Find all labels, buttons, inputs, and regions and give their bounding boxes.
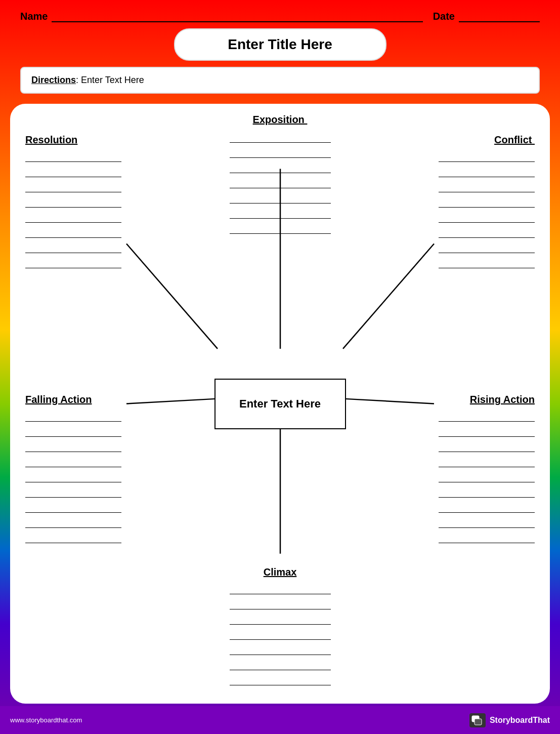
title-text: Enter Title Here xyxy=(228,36,332,52)
falling-action-section: Falling Action xyxy=(25,394,121,546)
exposition-lines xyxy=(230,131,331,237)
writing-line[interactable] xyxy=(25,180,121,192)
footer-logo: StoryboardThat xyxy=(469,713,550,727)
writing-line[interactable] xyxy=(25,165,121,177)
writing-line[interactable] xyxy=(230,597,331,609)
writing-line[interactable] xyxy=(25,485,121,498)
svg-line-4 xyxy=(343,244,434,349)
svg-line-3 xyxy=(126,399,218,404)
writing-line[interactable] xyxy=(439,180,535,192)
svg-line-5 xyxy=(343,399,434,404)
writing-line[interactable] xyxy=(25,256,121,268)
writing-line[interactable] xyxy=(25,501,121,513)
footer: www.storyboardthat.com StoryboardThat xyxy=(0,706,560,734)
date-line[interactable] xyxy=(459,10,540,22)
conflict-lines xyxy=(439,150,535,271)
brand-name: StoryboardThat xyxy=(490,716,550,725)
writing-line[interactable] xyxy=(230,582,331,594)
writing-line[interactable] xyxy=(25,516,121,528)
writing-line[interactable] xyxy=(439,516,535,528)
storyboardthat-icon xyxy=(469,713,486,727)
writing-line[interactable] xyxy=(25,440,121,452)
story-map: Enter Text Here Exposition Resolution xyxy=(10,104,550,704)
writing-line[interactable] xyxy=(25,241,121,253)
writing-line[interactable] xyxy=(439,256,535,268)
writing-line[interactable] xyxy=(439,440,535,452)
writing-line[interactable] xyxy=(230,613,331,625)
header-area: Name Date Enter Title Here Directions: E… xyxy=(0,0,560,99)
name-label: Name xyxy=(20,11,48,22)
writing-line[interactable] xyxy=(230,658,331,670)
climax-lines xyxy=(230,582,331,688)
writing-line[interactable] xyxy=(25,150,121,162)
name-line[interactable] xyxy=(52,10,422,22)
writing-line[interactable] xyxy=(439,410,535,422)
footer-url: www.storyboardthat.com xyxy=(10,716,82,724)
climax-section: Climax xyxy=(230,566,331,688)
writing-line[interactable] xyxy=(439,211,535,223)
center-box[interactable]: Enter Text Here xyxy=(214,379,346,429)
exposition-label: Exposition xyxy=(230,114,331,126)
writing-line[interactable] xyxy=(439,150,535,162)
resolution-label: Resolution xyxy=(25,134,77,145)
climax-label: Climax xyxy=(230,566,331,578)
date-label: Date xyxy=(433,11,455,22)
svg-line-2 xyxy=(126,244,218,349)
conflict-section: Conflict xyxy=(439,134,535,271)
name-section: Name xyxy=(20,10,423,22)
writing-line[interactable] xyxy=(230,131,331,143)
resolution-section: Resolution xyxy=(25,134,121,271)
writing-line[interactable] xyxy=(439,195,535,208)
rising-action-section: Rising Action xyxy=(439,394,535,546)
writing-line[interactable] xyxy=(230,207,331,219)
writing-line[interactable] xyxy=(439,470,535,482)
main-content: Enter Text Here Exposition Resolution xyxy=(10,104,550,704)
name-date-row: Name Date xyxy=(20,10,540,22)
center-text: Enter Text Here xyxy=(239,397,321,411)
rising-action-label: Rising Action xyxy=(470,394,535,405)
writing-line[interactable] xyxy=(25,425,121,437)
writing-line[interactable] xyxy=(439,425,535,437)
conflict-label: Conflict xyxy=(494,134,535,145)
writing-line[interactable] xyxy=(439,226,535,238)
writing-line[interactable] xyxy=(230,628,331,640)
writing-line[interactable] xyxy=(439,241,535,253)
writing-line[interactable] xyxy=(230,176,331,188)
writing-line[interactable] xyxy=(25,470,121,482)
writing-line[interactable] xyxy=(230,222,331,234)
writing-line[interactable] xyxy=(230,146,331,158)
resolution-lines xyxy=(25,150,121,271)
writing-line[interactable] xyxy=(439,165,535,177)
falling-action-lines xyxy=(25,410,121,546)
writing-line[interactable] xyxy=(25,531,121,543)
writing-line[interactable] xyxy=(25,410,121,422)
directions-content: Enter Text Here xyxy=(81,75,144,85)
writing-line[interactable] xyxy=(25,226,121,238)
directions-box[interactable]: Directions: Enter Text Here xyxy=(20,67,540,94)
writing-line[interactable] xyxy=(25,195,121,208)
falling-action-label: Falling Action xyxy=(25,394,92,405)
svg-rect-7 xyxy=(475,719,482,725)
directions-label: Directions xyxy=(31,75,76,85)
writing-line[interactable] xyxy=(439,501,535,513)
writing-line[interactable] xyxy=(230,161,331,173)
writing-line[interactable] xyxy=(439,455,535,467)
date-section: Date xyxy=(433,10,540,22)
writing-line[interactable] xyxy=(230,191,331,203)
writing-line[interactable] xyxy=(230,673,331,685)
page-wrapper: Name Date Enter Title Here Directions: E… xyxy=(0,0,560,734)
title-box[interactable]: Enter Title Here xyxy=(174,28,386,61)
writing-line[interactable] xyxy=(25,211,121,223)
writing-line[interactable] xyxy=(439,531,535,543)
writing-line[interactable] xyxy=(230,643,331,655)
directions-text: Directions: Enter Text Here xyxy=(31,75,144,85)
exposition-section: Exposition xyxy=(230,114,331,237)
writing-line[interactable] xyxy=(25,455,121,467)
rising-action-lines xyxy=(439,410,535,546)
writing-line[interactable] xyxy=(439,485,535,498)
